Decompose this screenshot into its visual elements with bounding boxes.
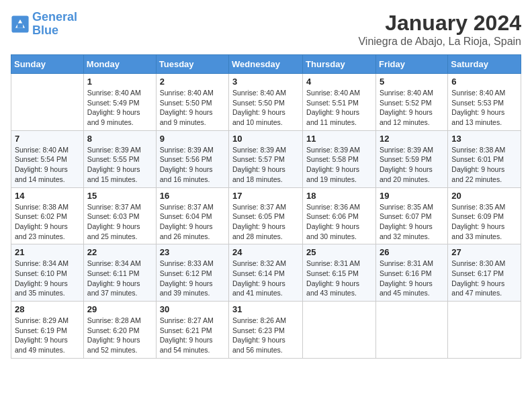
day-number: 5 [380,77,444,87]
calendar-cell: 6Sunrise: 8:40 AMSunset: 5:53 PMDaylight… [448,74,521,131]
day-info: Sunrise: 8:34 AMSunset: 6:11 PMDaylight:… [87,259,152,298]
day-number: 1 [87,77,152,87]
column-header-thursday: Thursday [303,55,376,74]
calendar-week-row: 7Sunrise: 8:40 AMSunset: 5:54 PMDaylight… [11,130,521,187]
day-number: 17 [232,191,299,201]
calendar-cell: 15Sunrise: 8:37 AMSunset: 6:03 PMDayligh… [83,187,156,244]
day-info: Sunrise: 8:39 AMSunset: 5:58 PMDaylight:… [306,145,372,185]
calendar-cell: 8Sunrise: 8:39 AMSunset: 5:55 PMDaylight… [83,130,156,187]
calendar-header-row: SundayMondayTuesdayWednesdayThursdayFrid… [11,55,521,74]
calendar-cell: 19Sunrise: 8:35 AMSunset: 6:07 PMDayligh… [375,187,447,244]
day-info: Sunrise: 8:37 AMSunset: 6:03 PMDaylight:… [87,202,152,242]
logo-icon [11,15,30,34]
day-number: 29 [87,304,152,314]
day-number: 27 [451,247,517,257]
day-number: 25 [306,247,372,257]
day-info: Sunrise: 8:28 AMSunset: 6:20 PMDaylight:… [87,316,152,355]
day-number: 28 [15,304,80,314]
page-header: General Blue January 2024 Viniegra de Ab… [11,11,521,48]
day-number: 2 [160,77,225,87]
day-info: Sunrise: 8:38 AMSunset: 6:01 PMDaylight:… [451,145,517,185]
day-info: Sunrise: 8:38 AMSunset: 6:02 PMDaylight:… [15,202,80,242]
day-info: Sunrise: 8:31 AMSunset: 6:16 PMDaylight:… [380,259,444,298]
day-info: Sunrise: 8:31 AMSunset: 6:15 PMDaylight:… [306,259,372,298]
calendar-cell [448,302,521,359]
day-number: 16 [160,191,225,201]
day-info: Sunrise: 8:26 AMSunset: 6:23 PMDaylight:… [232,316,299,355]
calendar-cell: 4Sunrise: 8:40 AMSunset: 5:51 PMDaylight… [303,74,376,131]
day-info: Sunrise: 8:40 AMSunset: 5:49 PMDaylight:… [87,88,152,128]
calendar-cell: 23Sunrise: 8:33 AMSunset: 6:12 PMDayligh… [156,244,228,302]
day-number: 19 [380,191,444,201]
day-number: 22 [87,247,152,257]
day-number: 26 [380,247,444,257]
day-number: 6 [451,77,517,87]
day-number: 3 [232,77,299,87]
calendar-week-row: 1Sunrise: 8:40 AMSunset: 5:49 PMDaylight… [11,74,521,131]
day-number: 13 [451,134,517,144]
day-info: Sunrise: 8:32 AMSunset: 6:14 PMDaylight:… [232,259,299,298]
calendar-cell [303,302,376,359]
day-info: Sunrise: 8:40 AMSunset: 5:54 PMDaylight:… [15,145,80,185]
calendar-cell: 29Sunrise: 8:28 AMSunset: 6:20 PMDayligh… [83,302,156,359]
column-header-monday: Monday [83,55,156,74]
calendar-cell: 24Sunrise: 8:32 AMSunset: 6:14 PMDayligh… [229,244,303,302]
calendar-cell: 12Sunrise: 8:39 AMSunset: 5:59 PMDayligh… [375,130,447,187]
calendar-cell: 21Sunrise: 8:34 AMSunset: 6:10 PMDayligh… [11,244,84,302]
calendar-table: SundayMondayTuesdayWednesdayThursdayFrid… [11,54,521,359]
day-info: Sunrise: 8:30 AMSunset: 6:17 PMDaylight:… [451,259,517,298]
calendar-cell: 9Sunrise: 8:39 AMSunset: 5:56 PMDaylight… [156,130,228,187]
calendar-week-row: 28Sunrise: 8:29 AMSunset: 6:19 PMDayligh… [11,302,521,359]
day-number: 8 [87,134,152,144]
calendar-cell: 25Sunrise: 8:31 AMSunset: 6:15 PMDayligh… [303,244,376,302]
day-number: 4 [306,77,372,87]
svg-rect-2 [17,23,23,28]
day-info: Sunrise: 8:27 AMSunset: 6:21 PMDaylight:… [160,316,225,355]
column-header-tuesday: Tuesday [156,55,228,74]
day-info: Sunrise: 8:39 AMSunset: 5:57 PMDaylight:… [232,145,299,185]
day-info: Sunrise: 8:40 AMSunset: 5:52 PMDaylight:… [380,88,444,128]
day-number: 30 [160,304,225,314]
calendar-cell [11,74,84,131]
day-info: Sunrise: 8:33 AMSunset: 6:12 PMDaylight:… [160,259,225,298]
day-info: Sunrise: 8:40 AMSunset: 5:53 PMDaylight:… [451,88,517,128]
day-info: Sunrise: 8:37 AMSunset: 6:05 PMDaylight:… [232,202,299,242]
calendar-cell: 11Sunrise: 8:39 AMSunset: 5:58 PMDayligh… [303,130,376,187]
day-info: Sunrise: 8:39 AMSunset: 5:55 PMDaylight:… [87,145,152,185]
title-block: January 2024 Viniegra de Abajo, La Rioja… [358,11,521,48]
day-info: Sunrise: 8:40 AMSunset: 5:50 PMDaylight:… [160,88,225,128]
logo: General Blue [11,11,77,38]
day-number: 9 [160,134,225,144]
calendar-cell [375,302,447,359]
day-number: 20 [451,191,517,201]
day-number: 23 [160,247,225,257]
calendar-week-row: 21Sunrise: 8:34 AMSunset: 6:10 PMDayligh… [11,244,521,302]
day-info: Sunrise: 8:34 AMSunset: 6:10 PMDaylight:… [15,259,80,298]
calendar-cell: 7Sunrise: 8:40 AMSunset: 5:54 PMDaylight… [11,130,84,187]
column-header-wednesday: Wednesday [229,55,303,74]
calendar-cell: 10Sunrise: 8:39 AMSunset: 5:57 PMDayligh… [229,130,303,187]
calendar-week-row: 14Sunrise: 8:38 AMSunset: 6:02 PMDayligh… [11,187,521,244]
calendar-cell: 31Sunrise: 8:26 AMSunset: 6:23 PMDayligh… [229,302,303,359]
calendar-cell: 27Sunrise: 8:30 AMSunset: 6:17 PMDayligh… [448,244,521,302]
day-info: Sunrise: 8:39 AMSunset: 5:56 PMDaylight:… [160,145,225,185]
logo-line2: Blue [32,24,58,37]
day-info: Sunrise: 8:35 AMSunset: 6:07 PMDaylight:… [380,202,444,242]
calendar-cell: 18Sunrise: 8:36 AMSunset: 6:06 PMDayligh… [303,187,376,244]
day-number: 15 [87,191,152,201]
calendar-title: January 2024 [358,11,521,36]
calendar-cell: 26Sunrise: 8:31 AMSunset: 6:16 PMDayligh… [375,244,447,302]
calendar-cell: 2Sunrise: 8:40 AMSunset: 5:50 PMDaylight… [156,74,228,131]
day-info: Sunrise: 8:40 AMSunset: 5:50 PMDaylight:… [232,88,299,128]
day-number: 11 [306,134,372,144]
day-number: 14 [15,191,80,201]
calendar-subtitle: Viniegra de Abajo, La Rioja, Spain [358,36,521,48]
calendar-cell: 5Sunrise: 8:40 AMSunset: 5:52 PMDaylight… [375,74,447,131]
calendar-cell: 14Sunrise: 8:38 AMSunset: 6:02 PMDayligh… [11,187,84,244]
day-number: 21 [15,247,80,257]
day-number: 24 [232,247,299,257]
calendar-cell: 20Sunrise: 8:35 AMSunset: 6:09 PMDayligh… [448,187,521,244]
calendar-cell: 1Sunrise: 8:40 AMSunset: 5:49 PMDaylight… [83,74,156,131]
column-header-friday: Friday [375,55,447,74]
day-info: Sunrise: 8:40 AMSunset: 5:51 PMDaylight:… [306,88,372,128]
